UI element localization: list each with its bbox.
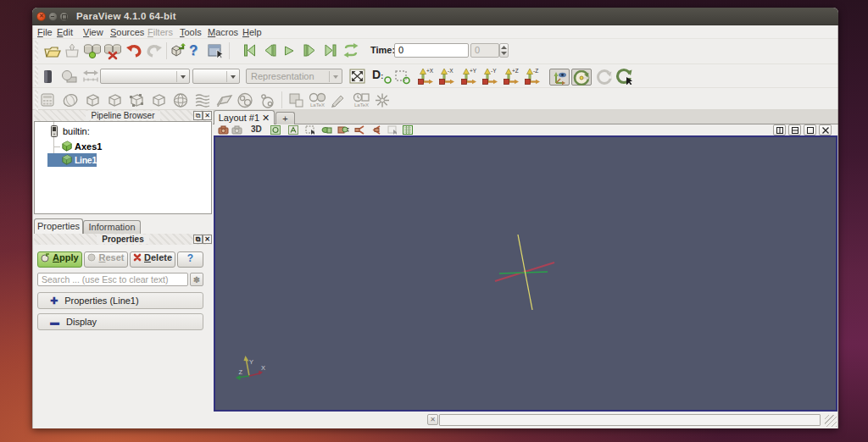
svg-text:LaTeX: LaTeX (354, 102, 369, 108)
svg-text:LaTeX: LaTeX (310, 102, 325, 108)
svg-text:-Y: -Y (491, 68, 497, 74)
svg-text:+Y: +Y (470, 68, 477, 74)
svg-text:-X: -X (448, 68, 453, 74)
svg-text:Y: Y (249, 358, 253, 366)
svg-text:X: X (261, 364, 265, 372)
svg-text:-Z: -Z (533, 68, 538, 74)
svg-text:+Z: +Z (512, 68, 519, 74)
svg-text:Z: Z (239, 368, 243, 376)
svg-text:+X: +X (426, 68, 434, 74)
